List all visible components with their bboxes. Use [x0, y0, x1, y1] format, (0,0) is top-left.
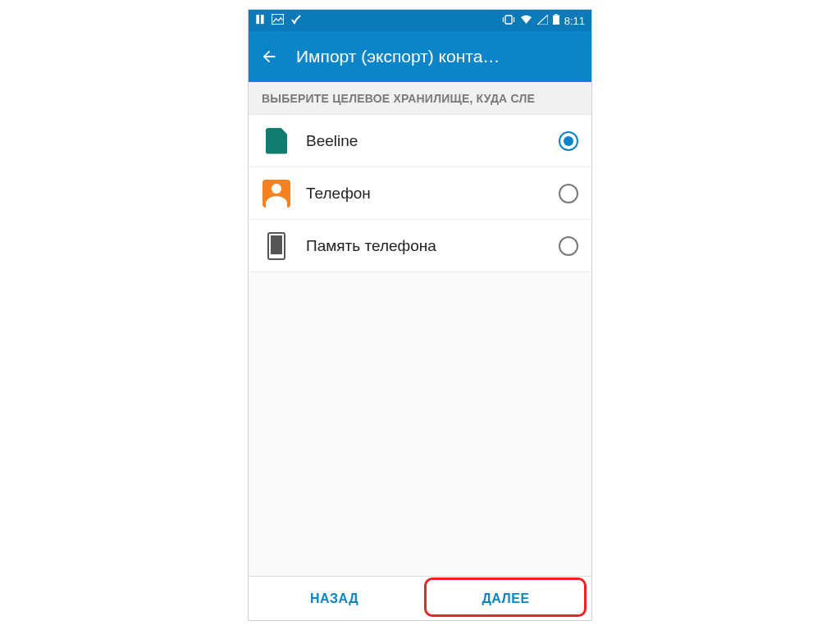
svg-rect-7: [555, 14, 557, 16]
section-header: ВЫБЕРИТЕ ЦЕЛЕВОЕ ХРАНИЛИЩЕ, КУДА СЛЕ: [249, 82, 591, 115]
back-button[interactable]: НАЗАД: [249, 577, 420, 620]
back-icon[interactable]: [260, 48, 278, 66]
radio-unselected-icon[interactable]: [559, 184, 578, 203]
signal-icon: [537, 15, 548, 27]
option-beeline[interactable]: Beeline: [249, 115, 591, 167]
option-phone[interactable]: Телефон: [249, 167, 591, 220]
page-title: Импорт (экспорт) конта…: [296, 47, 580, 66]
sim-icon: [262, 126, 291, 156]
status-bar: 8:11: [249, 10, 591, 31]
svg-rect-6: [553, 16, 559, 25]
storage-option-list: Beeline Телефон Память телефона: [249, 115, 591, 272]
check-icon: [290, 14, 302, 28]
svg-rect-1: [261, 15, 264, 24]
phone-screen: 8:11 Импорт (экспорт) конта… ВЫБЕРИТЕ ЦЕ…: [248, 9, 592, 621]
wifi-icon: [520, 15, 532, 27]
empty-area: [249, 272, 591, 576]
status-time: 8:11: [564, 15, 585, 27]
button-bar: НАЗАД ДАЛЕЕ: [249, 576, 591, 620]
svg-rect-3: [505, 16, 512, 24]
vibrate-icon: [502, 15, 515, 27]
action-bar: Импорт (экспорт) конта…: [249, 31, 591, 82]
option-label: Beeline: [306, 132, 544, 150]
picture-icon: [272, 14, 284, 27]
pause-icon: [255, 14, 265, 27]
radio-selected-icon[interactable]: [559, 131, 578, 151]
option-label: Телефон: [306, 185, 544, 203]
svg-rect-0: [256, 15, 259, 24]
option-label: Память телефона: [306, 237, 544, 255]
battery-icon: [553, 14, 559, 27]
contact-icon: [262, 179, 291, 208]
phone-storage-icon: [262, 231, 291, 261]
option-phone-storage[interactable]: Память телефона: [249, 220, 591, 272]
radio-unselected-icon[interactable]: [559, 236, 578, 256]
next-button[interactable]: ДАЛЕЕ: [420, 577, 591, 620]
